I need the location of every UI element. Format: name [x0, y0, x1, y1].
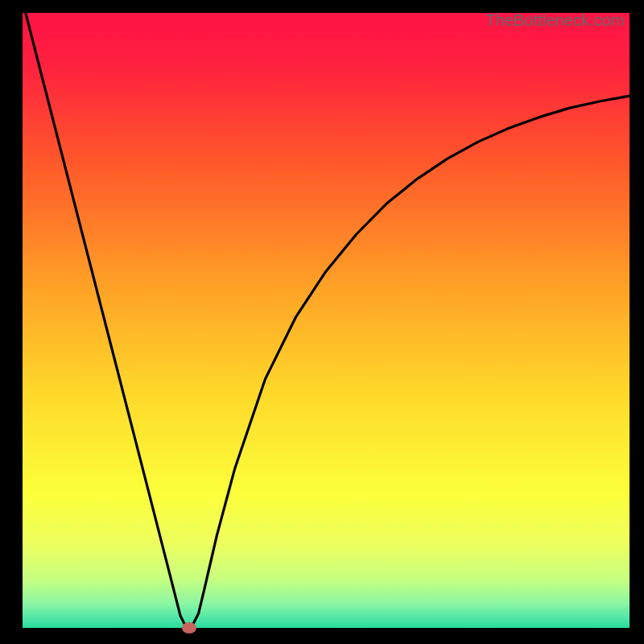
- minimum-point-marker: [182, 622, 196, 634]
- bottleneck-curve: [23, 13, 630, 628]
- chart-frame: TheBottleneck.com: [23, 13, 630, 628]
